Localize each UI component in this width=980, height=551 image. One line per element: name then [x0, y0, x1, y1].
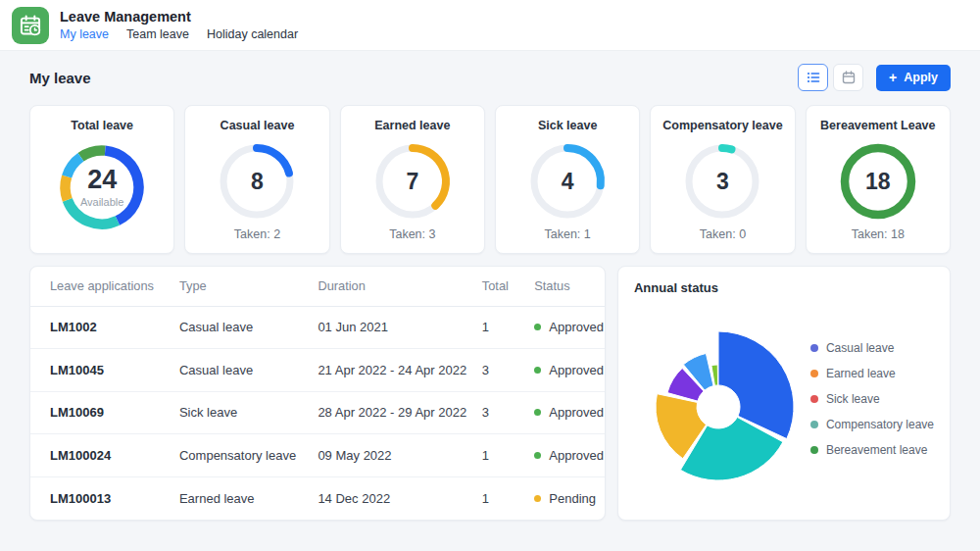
table-row-lm100024[interactable]: LM100024Compensatory leave09 May 20221Ap… — [30, 434, 605, 477]
table-row-lm10069[interactable]: LM10069Sick leave28 Apr 2022 - 29 Apr 20… — [30, 391, 605, 434]
table-row-lm10045[interactable]: LM10045Casual leave21 Apr 2022 - 24 Apr … — [30, 349, 605, 392]
cell-duration: 01 Jun 2021 — [317, 306, 480, 349]
cell-duration: 28 Apr 2022 - 29 Apr 2022 — [317, 391, 480, 434]
stat-card-earned-leave: Earned leave7Taken: 3 — [340, 105, 485, 254]
cell-total: 1 — [481, 306, 533, 349]
calendar-view-icon — [841, 70, 857, 85]
table-row-lm1002[interactable]: LM1002Casual leave01 Jun 20211Approved — [30, 306, 605, 349]
cell-status: Approved — [533, 391, 605, 434]
status-badge: Pending — [534, 491, 604, 506]
table-row-lm100013[interactable]: LM100013Earned leave14 Dec 20221Pending — [30, 476, 605, 520]
status-label: Approved — [549, 320, 604, 334]
legend-dot-icon — [810, 446, 818, 454]
cell-leave-type: Compensatory leave — [178, 434, 317, 477]
legend-dot-icon — [810, 370, 818, 377]
section-title: My leave — [29, 70, 91, 86]
cell-status: Pending — [533, 476, 605, 520]
toolbar-controls: + Apply — [798, 64, 951, 91]
stat-card-title: Sick leave — [538, 119, 597, 132]
cell-leave-id: LM100024 — [30, 434, 178, 477]
ring-center-text: 7 — [371, 140, 454, 223]
cell-leave-type: Earned leave — [178, 476, 317, 520]
legend-item-bereavement-leave[interactable]: Bereavement leave — [810, 443, 934, 457]
list-view-icon — [806, 70, 821, 85]
cell-total: 3 — [481, 349, 533, 392]
header-tab-holiday-calendar[interactable]: Holiday calendar — [207, 27, 298, 41]
status-badge: Approved — [534, 405, 604, 420]
stat-card-title: Earned leave — [374, 119, 450, 132]
stat-card-title: Compensatory leave — [662, 119, 782, 132]
stat-card-taken-label: Taken: 3 — [389, 227, 435, 241]
stat-card-sick-leave: Sick leave4Taken: 1 — [495, 105, 640, 254]
legend-item-casual-leave[interactable]: Casual leave — [810, 341, 934, 355]
annual-status-body: Casual leaveEarned leaveSick leaveCompen… — [634, 297, 934, 501]
column-header-leave-applications: Leave applications — [30, 267, 178, 306]
cell-leave-id: LM1002 — [30, 306, 178, 349]
status-label: Approved — [549, 448, 604, 463]
status-dot-icon — [534, 452, 541, 459]
stat-card-title: Total leave — [71, 119, 133, 132]
bottom-row: Leave applicationsTypeDurationTotalStatu… — [29, 266, 951, 521]
stat-card-value-sublabel: Available — [80, 196, 123, 208]
stat-card-value: 24 — [87, 167, 117, 193]
cell-leave-type: Sick leave — [178, 391, 317, 434]
column-header-total: Total — [481, 267, 533, 306]
legend-label: Casual leave — [826, 341, 894, 355]
apply-button[interactable]: + Apply — [876, 65, 951, 91]
status-badge: Approved — [534, 363, 604, 377]
legend-label: Bereavement leave — [826, 443, 927, 457]
column-header-status: Status — [533, 267, 605, 306]
cell-duration: 21 Apr 2022 - 24 Apr 2022 — [317, 349, 480, 392]
table-header: Leave applicationsTypeDurationTotalStatu… — [30, 267, 605, 306]
stat-card-value: 4 — [562, 171, 574, 193]
leave-applications-table: Leave applicationsTypeDurationTotalStatu… — [30, 267, 605, 520]
header-tab-team-leave[interactable]: Team leave — [126, 27, 189, 41]
stat-ring-chart: 8 — [216, 140, 298, 223]
cell-leave-type: Casual leave — [178, 306, 317, 349]
column-header-type: Type — [178, 267, 317, 306]
section-header: My leave — [29, 62, 951, 93]
cell-duration: 14 Dec 2022 — [317, 476, 480, 520]
ring-center-text: 18 — [837, 140, 919, 223]
annual-status-pie-chart — [634, 297, 803, 501]
stat-card-value: 7 — [406, 171, 418, 193]
cell-status: Approved — [533, 306, 605, 349]
legend-label: Compensatory leave — [826, 418, 934, 431]
plus-icon: + — [889, 71, 897, 84]
status-label: Pending — [549, 491, 596, 506]
column-header-duration: Duration — [317, 267, 480, 306]
calendar-view-button[interactable] — [833, 64, 863, 91]
cell-total: 1 — [481, 434, 533, 477]
stat-card-total-leave: Total leave24Available — [29, 105, 174, 254]
status-dot-icon — [534, 409, 541, 416]
cell-total: 3 — [481, 391, 533, 434]
stat-ring-chart: 24Available — [55, 140, 149, 234]
stat-card-casual-leave: Casual leave8Taken: 2 — [184, 105, 329, 254]
stat-card-taken-label: Taken: 1 — [545, 227, 591, 241]
ring-center-text: 3 — [681, 140, 763, 223]
stat-ring-chart: 3 — [681, 140, 763, 223]
legend-item-sick-leave[interactable]: Sick leave — [810, 392, 934, 406]
legend-item-earned-leave[interactable]: Earned leave — [810, 367, 934, 380]
cell-status: Approved — [533, 434, 605, 477]
status-label: Approved — [549, 405, 604, 420]
annual-pie-blue-slice — [718, 331, 794, 439]
stat-ring-chart: 18 — [837, 140, 919, 223]
status-badge: Approved — [534, 448, 604, 463]
header-tabs: My leaveTeam leaveHoliday calendar — [60, 27, 298, 41]
leave-summary-cards: Total leave24AvailableCasual leave8Taken… — [29, 105, 951, 254]
legend-dot-icon — [810, 344, 818, 352]
header-tab-my-leave[interactable]: My leave — [60, 27, 109, 41]
ring-center-text: 4 — [526, 140, 609, 223]
stat-card-taken-label: Taken: 2 — [234, 227, 280, 241]
annual-status-card: Annual status Casual leaveEarned leaveSi… — [617, 266, 951, 521]
legend-item-compensatory-leave[interactable]: Compensatory leave — [810, 418, 934, 431]
stat-card-title: Bereavement Leave — [820, 119, 935, 132]
status-label: Approved — [549, 363, 604, 377]
leave-applications-table-card: Leave applicationsTypeDurationTotalStatu… — [29, 266, 606, 521]
stat-card-bereavement-leave: Bereavement Leave18Taken: 18 — [806, 105, 951, 254]
main-content: My leave — [0, 62, 980, 521]
stat-card-taken-label: Taken: 0 — [700, 227, 746, 241]
cell-duration: 09 May 2022 — [317, 434, 480, 477]
list-view-button[interactable] — [798, 64, 828, 91]
